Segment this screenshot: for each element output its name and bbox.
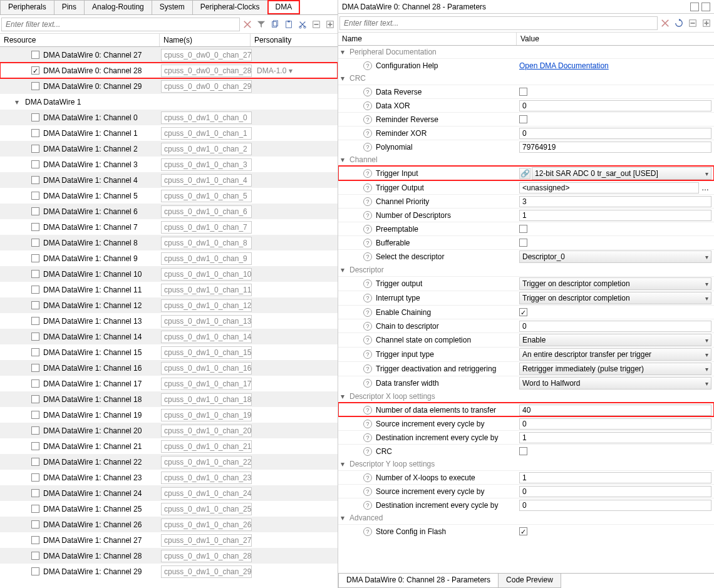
group-expander-icon[interactable]: ▾ (341, 74, 348, 83)
expand-all-icon[interactable] (324, 18, 336, 31)
left-filter-input[interactable] (1, 18, 240, 31)
param-dropdown[interactable]: Word to Halfword (519, 377, 711, 389)
param-group[interactable]: ▾Peripheral Documentation (338, 46, 714, 58)
param-text-input[interactable] (519, 142, 711, 153)
resource-name-field[interactable]: cpuss_0_dw0_0_chan_27 (161, 49, 252, 61)
tab-system[interactable]: System (152, 0, 193, 14)
help-icon[interactable]: ? (363, 129, 372, 138)
resource-row[interactable]: DMA DataWire 1: Channel 13cpuss_0_dw1_0_… (0, 313, 338, 329)
resource-name-field[interactable]: cpuss_0_dw1_0_chan_5 (161, 190, 252, 202)
resource-row[interactable]: DMA DataWire 1: Channel 2cpuss_0_dw1_0_c… (0, 141, 338, 157)
resource-checkbox[interactable] (31, 207, 39, 215)
resource-checkbox[interactable] (31, 192, 39, 200)
resource-checkbox[interactable] (31, 426, 39, 435)
param-group[interactable]: ▾Channel (338, 153, 714, 166)
resource-row[interactable]: DMA DataWire 1: Channel 7cpuss_0_dw1_0_c… (0, 219, 338, 235)
resource-checkbox[interactable] (31, 286, 39, 294)
group-expander-icon[interactable]: ▾ (341, 513, 348, 522)
resource-checkbox[interactable] (31, 473, 39, 482)
param-text-input[interactable] (519, 196, 711, 207)
param-text-input[interactable] (519, 500, 711, 511)
param-checkbox[interactable] (519, 527, 527, 535)
resource-name-field[interactable]: cpuss_0_dw1_0_chan_11 (161, 284, 252, 296)
param-dropdown[interactable]: An entire descriptor transfer per trigge… (519, 348, 711, 361)
resource-checkbox[interactable] (31, 395, 39, 403)
param-list[interactable]: ▾Peripheral Documentation?Configuration … (338, 46, 714, 573)
param-text-input[interactable] (519, 321, 711, 332)
resource-name-field[interactable]: cpuss_0_dw1_0_chan_10 (161, 268, 252, 281)
resource-row[interactable]: DMA DataWire 1: Channel 17cpuss_0_dw1_0_… (0, 376, 338, 391)
param-header-name[interactable]: Name (338, 33, 517, 45)
resource-checkbox[interactable] (31, 567, 39, 575)
resource-checkbox[interactable] (31, 239, 39, 247)
resource-name-field[interactable]: cpuss_0_dw1_0_chan_21 (161, 440, 252, 453)
param-dropdown[interactable]: Retrigger immediately (pulse trigger) (519, 363, 711, 375)
right-filter-input[interactable] (339, 16, 658, 30)
resource-row[interactable]: DMA DataWire 1: Channel 15cpuss_0_dw1_0_… (0, 344, 338, 360)
resource-checkbox[interactable] (31, 145, 39, 153)
help-icon[interactable]: ? (363, 279, 372, 288)
resource-row[interactable]: DMA DataWire 1: Channel 16cpuss_0_dw1_0_… (0, 360, 338, 376)
resource-checkbox[interactable] (31, 411, 39, 419)
param-group[interactable]: ▾Descriptor Y loop settings (338, 458, 714, 470)
param-text-input[interactable] (519, 128, 711, 139)
help-icon[interactable]: ? (363, 322, 372, 331)
help-icon[interactable]: ? (363, 143, 372, 152)
resource-row[interactable]: DMA DataWire 0: Channel 27cpuss_0_dw0_0_… (0, 47, 338, 63)
resource-name-field[interactable]: cpuss_0_dw1_0_chan_0 (161, 111, 252, 124)
param-text-input[interactable] (519, 486, 711, 497)
help-icon[interactable]: ? (363, 88, 372, 96)
resource-row[interactable]: DMA DataWire 0: Channel 29cpuss_0_dw0_0_… (0, 78, 338, 94)
param-group[interactable]: ▾Descriptor X loop settings (338, 390, 714, 403)
resource-checkbox[interactable] (31, 254, 39, 262)
resource-row[interactable]: DMA DataWire 1: Channel 1cpuss_0_dw1_0_c… (0, 125, 338, 141)
link-icon[interactable]: 🔗 (519, 168, 530, 179)
resource-name-field[interactable]: cpuss_0_dw1_0_chan_16 (161, 362, 252, 374)
resource-name-field[interactable]: cpuss_0_dw1_0_chan_17 (161, 378, 252, 390)
param-text-input[interactable] (519, 418, 711, 430)
param-group[interactable]: ▾Descriptor (338, 264, 714, 276)
resource-checkbox[interactable] (31, 458, 39, 466)
help-icon[interactable]: ? (363, 364, 372, 373)
param-text-input[interactable] (519, 432, 711, 443)
resource-row[interactable]: DMA DataWire 1: Channel 28cpuss_0_dw1_0_… (0, 548, 338, 564)
resource-row[interactable]: DMA DataWire 1: Channel 24cpuss_0_dw1_0_… (0, 485, 338, 501)
resource-name-field[interactable]: cpuss_0_dw1_0_chan_14 (161, 331, 252, 343)
resource-name-field[interactable]: cpuss_0_dw1_0_chan_29 (161, 565, 252, 578)
resource-checkbox[interactable] (31, 223, 39, 231)
resource-name-field[interactable]: cpuss_0_dw1_0_chan_24 (161, 487, 252, 500)
paste-icon[interactable] (282, 18, 295, 31)
resource-row[interactable]: DMA DataWire 1: Channel 29cpuss_0_dw1_0_… (0, 564, 338, 579)
help-icon[interactable]: ? (363, 252, 372, 261)
tab-dma[interactable]: DMA (267, 0, 301, 14)
resource-name-field[interactable]: cpuss_0_dw1_0_chan_18 (161, 393, 252, 406)
param-dropdown[interactable]: 12-bit SAR ADC 0 tr_sar_out [USED] (532, 167, 711, 180)
param-text-input[interactable] (519, 472, 711, 483)
resource-checkbox[interactable] (31, 333, 39, 341)
resource-name-field[interactable]: cpuss_0_dw1_0_chan_26 (161, 518, 252, 531)
help-icon[interactable]: ? (363, 225, 372, 234)
resource-name-field[interactable]: cpuss_0_dw1_0_chan_8 (161, 237, 252, 249)
help-icon[interactable]: ? (363, 169, 372, 178)
param-text-input[interactable] (519, 182, 699, 193)
resource-row[interactable]: DMA DataWire 1: Channel 6cpuss_0_dw1_0_c… (0, 204, 338, 219)
resource-group[interactable]: ▾DMA DataWire 1 (0, 94, 338, 110)
resource-row[interactable]: DMA DataWire 1: Channel 11cpuss_0_dw1_0_… (0, 282, 338, 297)
resource-row[interactable]: DMA DataWire 1: Channel 10cpuss_0_dw1_0_… (0, 266, 338, 282)
param-checkbox[interactable] (519, 308, 527, 316)
resource-name-field[interactable]: cpuss_0_dw1_0_chan_9 (161, 252, 252, 265)
help-icon[interactable]: ? (363, 433, 372, 442)
resource-name-field[interactable]: cpuss_0_dw0_0_chan_28 (161, 64, 252, 77)
resource-row[interactable]: DMA DataWire 1: Channel 14cpuss_0_dw1_0_… (0, 329, 338, 344)
param-checkbox[interactable] (519, 239, 527, 247)
resource-row[interactable]: DMA DataWire 1: Channel 0cpuss_0_dw1_0_c… (0, 110, 338, 125)
tab-analog-routing[interactable]: Analog-Routing (84, 0, 152, 14)
resource-checkbox[interactable] (31, 536, 39, 544)
param-dropdown[interactable]: Descriptor_0 (519, 250, 711, 263)
param-dropdown[interactable]: Enable (519, 334, 711, 346)
help-icon[interactable]: ? (363, 406, 372, 415)
param-dropdown[interactable]: Trigger on descriptor completion (519, 277, 711, 290)
help-icon[interactable]: ? (363, 239, 372, 247)
tree-expander-icon[interactable]: ▾ (15, 98, 23, 106)
help-icon[interactable]: ? (363, 527, 372, 536)
